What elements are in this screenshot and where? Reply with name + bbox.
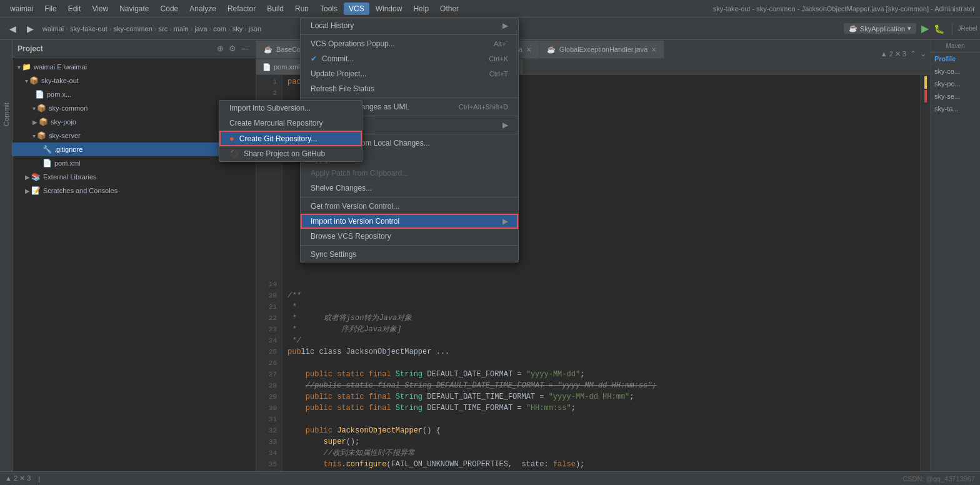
tree-sky-take-out[interactable]: ▾ 📦 sky-take-out (12, 74, 256, 88)
xml-icon-tab: 📄 (262, 63, 271, 71)
chevron-down-icon: ▾ (908, 24, 911, 32)
maven-sky-co[interactable]: sky-co... (931, 65, 980, 78)
menu-waimai[interactable]: waimai (5, 2, 38, 15)
close-globalex-icon[interactable]: ✕ (651, 46, 656, 53)
tab-globalex-label: GlobalExceptionHandler.java (559, 46, 648, 53)
menu-edit[interactable]: Edit (63, 2, 86, 15)
scratch-icon: 📝 (31, 186, 41, 195)
tree-pom-root[interactable]: 📄 pom.x... (12, 88, 256, 101)
maven-header: Maven (931, 40, 980, 52)
maven-label: Maven (946, 42, 964, 49)
settings-btn[interactable]: ⚙ (228, 42, 238, 54)
dropdown-get-from-vcs[interactable]: Get from Version Control... (301, 199, 518, 214)
expand-takeout-icon: ▾ (25, 78, 28, 84)
breadcrumb-java[interactable]: java (194, 25, 207, 32)
pom-label: pom.xml (54, 159, 81, 167)
menu-help[interactable]: Help (408, 2, 434, 15)
module-icon-3: 📦 (39, 118, 48, 126)
tab-globalex[interactable]: ☕ GlobalExceptionHandler.java ✕ (539, 41, 664, 58)
dropdown-apply-clipboard[interactable]: Apply Patch from Clipboard... (301, 166, 518, 181)
dropdown-commit[interactable]: ✔ Commit... Ctrl+K (301, 51, 518, 66)
menu-refactor[interactable]: Refactor (222, 2, 261, 15)
dropdown-local-history[interactable]: Local History ▶ (301, 18, 518, 33)
watermark: CSDN: @qq_43713967 (902, 475, 975, 482)
menu-navigate[interactable]: Navigate (114, 2, 154, 15)
run-config-dropdown[interactable]: ☕ SkyApplication ▾ (844, 23, 916, 34)
menu-tools[interactable]: Tools (315, 2, 342, 15)
menu-vcs[interactable]: VCS (344, 2, 369, 15)
dropdown-shelve[interactable]: Shelve Changes... (301, 181, 518, 196)
divider-6 (301, 245, 518, 246)
submenu-import-vcs: Import into Subversion... Create Mercuri… (219, 100, 362, 162)
breadcrumb-take-out[interactable]: sky-take-out (70, 25, 108, 32)
menu-file[interactable]: File (39, 2, 61, 15)
breadcrumb-src[interactable]: src (159, 25, 168, 32)
maven-profile[interactable]: Profile (931, 52, 980, 65)
divider-2 (301, 98, 518, 98)
vcs-popup-shortcut: Alt+` (494, 40, 508, 48)
submenu-create-git[interactable]: ● Create Git Repository... (219, 131, 362, 146)
menu-run[interactable]: Run (290, 2, 314, 15)
menu-window[interactable]: Window (371, 2, 408, 15)
menu-view[interactable]: View (87, 2, 113, 15)
jrebel-btn[interactable]: JRebel (960, 21, 975, 36)
dropdown-refresh[interactable]: Refresh File Status (301, 81, 518, 96)
expand-server-icon: ▾ (32, 132, 36, 139)
maven-sky-po[interactable]: sky-po... (931, 78, 980, 90)
sky-se-label: sky-se... (934, 92, 960, 100)
run-config-label: SkyApplication (860, 25, 905, 32)
tree-waimai[interactable]: ▾ 📁 waimai E:\waimai (12, 60, 256, 74)
breadcrumb-main[interactable]: main (174, 25, 189, 32)
debug-button[interactable]: 🐛 (934, 24, 944, 34)
expand-editor-btn[interactable]: ⌄ (920, 49, 926, 58)
forward-btn[interactable]: ▶ (22, 21, 38, 36)
breadcrumb-waimai[interactable]: waimai (42, 25, 64, 32)
back-btn[interactable]: ◀ (5, 21, 20, 36)
update-shortcut: Ctrl+T (489, 70, 508, 78)
dropdown-import-vcs[interactable]: Import into Version Control ▶ (301, 214, 518, 229)
menu-bar: waimai File Edit View Navigate Code Anal… (0, 0, 980, 18)
submenu-create-mercurial[interactable]: Create Mercurial Repository (219, 116, 362, 131)
tree-external-libs[interactable]: ▶ 📚 External Libraries (12, 170, 256, 184)
menu-build[interactable]: Build (262, 2, 289, 15)
create-git-label: Create Git Repository... (239, 134, 318, 143)
breadcrumb-sky[interactable]: sky (232, 25, 243, 32)
breadcrumb-common[interactable]: sky-common (114, 25, 152, 32)
check-icon: ✔ (311, 54, 317, 63)
add-btn[interactable]: ⊕ (216, 42, 225, 54)
dropdown-browse-vcs[interactable]: Browse VCS Repository (301, 229, 518, 244)
folder-icon: 📁 (22, 62, 31, 71)
dropdown-vcs-popup[interactable]: VCS Operations Popup... Alt+` (301, 36, 518, 51)
submenu-share-github[interactable]: ⚫ Share Project on GitHub (219, 146, 362, 161)
expand-extlibs-icon: ▶ (25, 174, 30, 181)
submenu-import-subversion[interactable]: Import into Subversion... (219, 101, 362, 116)
commit-panel: Commit (0, 40, 12, 485)
commit-menu-label: Commit... (322, 54, 354, 63)
menu-other[interactable]: Other (435, 2, 464, 15)
breadcrumb-com[interactable]: com (213, 25, 226, 32)
collapse-editor-btn[interactable]: ⌃ (910, 49, 916, 58)
xml-icon-2: 📄 (42, 159, 52, 168)
menu-code[interactable]: Code (156, 2, 184, 15)
close-skyapp-icon[interactable]: ✕ (526, 46, 531, 53)
dropdown-sync[interactable]: Sync Settings (301, 247, 518, 262)
menu-analyze[interactable]: Analyze (184, 2, 221, 15)
collapse-btn[interactable]: — (240, 42, 251, 54)
maven-sky-se[interactable]: sky-se... (931, 90, 980, 102)
commit-shortcut: Ctrl+K (489, 55, 508, 62)
sky-po-label: sky-po... (934, 80, 961, 88)
code-line-20: /** (288, 290, 915, 301)
local-history-label: Local History (311, 21, 354, 30)
warning-marker (924, 76, 927, 89)
arrow-icon-git: ▶ (502, 121, 508, 129)
java-icon-4: ☕ (547, 46, 556, 54)
code-line-22: * 或者将json转为Java对象 (288, 312, 915, 324)
tree-scratches[interactable]: ▶ 📝 Scratches and Consoles (12, 184, 256, 198)
lib-icon: 📚 (31, 172, 41, 181)
commit-label[interactable]: Commit (2, 102, 10, 126)
maven-sky-ta[interactable]: sky-ta... (931, 102, 980, 115)
dropdown-update[interactable]: Update Project... Ctrl+T (301, 66, 518, 81)
run-button[interactable]: ▶ (921, 22, 929, 34)
arrow-icon-import: ▶ (502, 217, 508, 226)
breadcrumb-json[interactable]: json (249, 25, 261, 32)
